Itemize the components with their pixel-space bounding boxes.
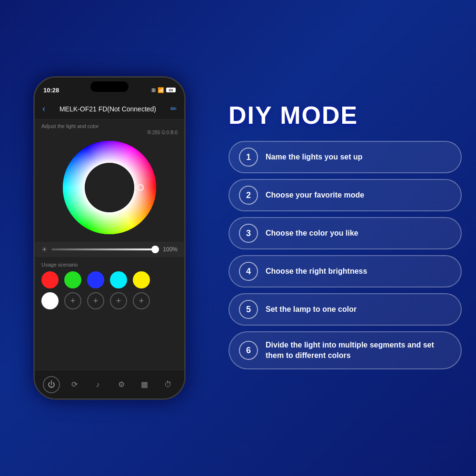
bottom-nav: ⏻ ⟳ ♪ ⚙ ▦ ⏱ <box>35 370 184 398</box>
app-content: Adjust the light and color R:255 G:0 B:0… <box>35 119 184 370</box>
step-4: 4 Choose the right brightness <box>228 255 462 288</box>
color-add-3[interactable]: + <box>110 292 127 309</box>
color-add-2[interactable]: + <box>87 292 104 309</box>
color-presets-row1 <box>35 269 184 290</box>
step-3: 3 Choose the color you like <box>228 217 462 249</box>
phone-mockup: 10:28 ⊞ 📶 89 ‹ MELK-OF21 FD(Not Connecte… <box>33 76 186 400</box>
notch <box>90 81 129 92</box>
step-number-4: 4 <box>239 262 258 281</box>
color-wheel[interactable] <box>62 140 157 235</box>
step-text-1: Name the lights you set up <box>266 152 363 162</box>
device-title: MELK-OF21 FD(Not Connected) <box>60 105 156 113</box>
scene-button[interactable]: ▦ <box>136 376 153 393</box>
edit-button[interactable]: ✏ <box>170 104 177 113</box>
rgb-value: R:255 G:0 B:0 <box>35 130 184 135</box>
brightness-slider[interactable] <box>51 248 159 250</box>
brightness-section[interactable]: ☀ 100% <box>35 242 184 257</box>
back-button[interactable]: ‹ <box>42 104 45 114</box>
step-text-3: Choose the color you like <box>266 228 358 238</box>
color-add-4[interactable]: + <box>133 292 150 309</box>
diy-mode-title: DIY MODE <box>228 101 462 129</box>
battery-icon: 89 <box>166 88 176 92</box>
adjust-label: Adjust the light and color <box>35 119 184 130</box>
status-icons: ⊞ 📶 89 <box>151 87 176 93</box>
steps-section: DIY MODE 1 Name the lights you set up 2 … <box>219 0 476 476</box>
step-5: 5 Set the lamp to one color <box>228 293 462 326</box>
step-number-3: 3 <box>239 224 258 243</box>
brightness-value: 100% <box>163 246 178 253</box>
usage-label: Usage scenario <box>35 259 184 269</box>
step-number-5: 5 <box>239 300 258 319</box>
color-red[interactable] <box>41 271 59 288</box>
step-text-2: Choose your favorite mode <box>266 190 364 200</box>
phone-section: 10:28 ⊞ 📶 89 ‹ MELK-OF21 FD(Not Connecte… <box>0 0 219 476</box>
status-bar: 10:28 ⊞ 📶 89 <box>35 78 184 99</box>
color-presets-row2: + + + + <box>35 290 184 311</box>
wifi-icon: 📶 <box>158 87 164 93</box>
brightness-thumb <box>151 246 159 253</box>
color-add-1[interactable]: + <box>64 292 81 309</box>
color-cyan[interactable] <box>110 271 127 288</box>
step-number-1: 1 <box>239 148 258 167</box>
settings-button[interactable]: ⚙ <box>113 376 130 393</box>
color-white[interactable] <box>41 292 59 309</box>
color-wheel-container[interactable] <box>35 135 184 240</box>
step-text-6: Divide the light into multiple segments … <box>266 340 451 361</box>
grid-icon: ⊞ <box>151 87 156 93</box>
status-time: 10:28 <box>43 87 59 94</box>
music-button[interactable]: ♪ <box>89 376 107 393</box>
step-number-2: 2 <box>239 186 258 205</box>
step-6: 6 Divide the light into multiple segment… <box>228 331 462 369</box>
top-nav: ‹ MELK-OF21 FD(Not Connected) ✏ <box>35 99 184 119</box>
mode-button[interactable]: ⟳ <box>66 376 83 393</box>
brightness-icon: ☀ <box>41 246 48 253</box>
timer-button[interactable]: ⏱ <box>159 376 177 393</box>
step-2: 2 Choose your favorite mode <box>228 179 462 211</box>
power-button[interactable]: ⏻ <box>43 376 60 393</box>
step-number-6: 6 <box>239 341 258 360</box>
step-1: 1 Name the lights you set up <box>228 141 462 173</box>
color-green[interactable] <box>64 271 81 288</box>
step-text-5: Set the lamp to one color <box>266 304 357 315</box>
color-yellow[interactable] <box>133 271 150 288</box>
color-blue[interactable] <box>87 271 104 288</box>
step-text-4: Choose the right brightness <box>266 266 367 277</box>
